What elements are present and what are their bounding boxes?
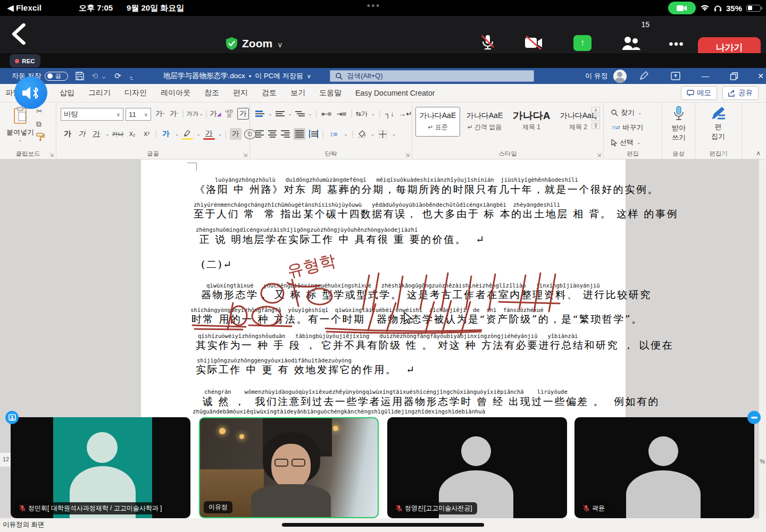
underline-button[interactable]: 가 [90,128,102,140]
paragraph-dialog-launcher-icon[interactable]: ⇲ [405,152,410,158]
search-input[interactable]: 검색(Alt+Q) [330,70,534,82]
dictate-button[interactable]: 받아쓰기 [667,106,691,142]
tab-review[interactable]: 검토 [255,88,284,98]
font-color-button[interactable]: 가 [203,128,215,140]
grow-font-button[interactable]: 가^ [154,108,166,120]
participant-tile-3[interactable]: 정영진[고고미술사전공] [387,417,567,518]
find-button[interactable]: 찾기⌄ [611,107,644,119]
participant-tile-4[interactable]: 곽윤 [574,417,754,518]
paste-caret-icon: ⌄ [6,137,34,142]
restore-button[interactable] [726,72,742,80]
italic-button[interactable]: 가 [76,128,88,140]
highlight-button[interactable] [181,128,193,140]
justify-button[interactable] [294,128,305,140]
tab-view[interactable]: 보기 [284,88,312,98]
clear-formatting-button[interactable]: 가◢ [210,108,221,120]
tab-design[interactable]: 디자인 [118,88,154,98]
meeting-title[interactable]: Zoom ∨ [226,37,282,50]
align-left-button[interactable] [255,129,264,139]
style-no-spacing[interactable]: 가나다AaE ↵ 간격 없음 [462,107,507,137]
hide-videos-button[interactable] [747,411,761,424]
style-heading1[interactable]: 가나다A 제목 1 [509,107,554,137]
word-status-fragment-left: 12 [0,453,11,467]
document-title[interactable]: 地层学与器物形态学.docx • 이 PC에 저장됨 ∨ [163,68,311,84]
styles-gallery-expand-icon[interactable]: ⊽ [592,123,600,129]
sort-button[interactable]: ┐↓ [384,108,396,120]
tab-layout[interactable]: 레이아웃 [154,88,197,98]
back-chevron-icon[interactable] [10,23,29,45]
styles-dialog-launcher-icon[interactable]: ⇲ [597,152,601,158]
superscript-button[interactable]: X² [141,128,153,140]
tab-easy-document-creator[interactable]: Easy Document Creator [348,89,442,97]
bold-button[interactable]: 가 [62,128,73,140]
comments-button[interactable]: 메모 [681,86,717,100]
paste-button[interactable]: 붙여넣기 ⌄ [6,107,34,142]
share-document-button[interactable]: 공유 [722,86,759,100]
save-icon[interactable] [76,72,84,80]
chevron-down-icon: ∨ [144,112,148,117]
audio-bluetooth-fab[interactable] [14,77,47,109]
paragraph-group: ⌄ ⌄ ⌄ | ⇤≡ ⇥≡ | ⇆가⌄ | ┐↓ →↵ | ↕≡⌄ | ⌄ ⌄ … [250,103,412,159]
text-effects-button[interactable]: 가 [160,128,172,140]
align-center-button[interactable] [268,129,277,139]
replace-button[interactable]: 가⇄ 바꾸기 [611,122,644,133]
autosave-toggle[interactable]: 끔 [45,72,68,81]
font-size-select[interactable]: 11∨ [126,108,151,121]
styles-scroll-down-icon[interactable]: ∨ [592,115,600,121]
shrink-font-button[interactable]: 가ˇ [168,108,180,120]
decrease-indent-button[interactable]: ⇤≡ [321,108,332,120]
tab-help[interactable]: 도움말 [312,88,348,98]
show-formatting-marks-button[interactable]: →↵ [399,108,412,120]
collapse-ribbon-icon[interactable]: ∧ [756,149,761,157]
gallery-view-toggle-button[interactable] [5,411,19,424]
borders-icon[interactable] [378,130,387,139]
distribute-button[interactable] [309,130,318,138]
change-case-button[interactable]: 가가⌄ [186,108,203,120]
headphones-icon [714,4,722,12]
phonetic-guide-button[interactable]: 내천川 [223,108,235,120]
voice-group: 받아쓰기 음성 [662,103,695,159]
shading-bucket-icon[interactable] [357,130,367,138]
font-dialog-launcher-icon[interactable]: ⇲ [243,152,247,158]
quick-access-caret-icon[interactable]: ⌄̲ [129,73,133,79]
strikethrough-button[interactable]: 가나 [112,128,124,140]
clipboard-dialog-launcher-icon[interactable]: ⇲ [49,152,54,158]
multitask-dots-icon[interactable]: ••• [367,1,381,11]
participant-tile-1[interactable]: 정민휘[ 대학원석사과정재학 / 고고미술사학과 ] [11,417,190,518]
line-spacing-button[interactable]: ↕≡ [328,128,339,140]
cut-icon[interactable]: ✂ [36,107,45,115]
numbering-button[interactable] [276,109,285,118]
ribbon-display-icon[interactable] [668,72,684,80]
camera-active-pill-icon[interactable] [668,2,696,14]
back-to-app-link[interactable]: ◀ Flexcil [7,3,41,13]
style-normal[interactable]: 가나다AaE ↵ 표준 [415,107,460,137]
redo-icon[interactable]: ⟳ [114,71,121,81]
align-right-button[interactable] [281,129,290,139]
tab-insert[interactable]: 삽입 [53,88,81,98]
increase-indent-button[interactable]: ⇥≡ [336,108,347,120]
tab-draw[interactable]: 그리기 [81,88,118,98]
character-shading-button[interactable]: 가 [230,128,242,140]
close-button[interactable]: ✕ [753,72,766,80]
character-border-button[interactable]: 가 [237,108,249,120]
search-icon [336,73,343,80]
font-name-select[interactable]: 바탕∨ [61,108,123,121]
user-avatar[interactable] [613,70,627,83]
bullets-button[interactable] [255,109,264,119]
home-indicator[interactable] [282,523,484,527]
asian-layout-button[interactable]: ⇆가 [356,108,368,120]
participant-tile-2-active-speaker[interactable]: 이유정 [199,417,379,518]
copy-icon[interactable]: ⧉ [36,120,45,129]
format-painter-icon[interactable] [36,133,45,141]
subscript-button[interactable]: X₂ [127,128,138,140]
tab-mailings[interactable]: 편지 [226,88,255,98]
meeting-title-label: Zoom [242,37,272,50]
editor-button[interactable]: 편집기 [706,106,730,141]
draw-pen-icon[interactable] [636,71,652,81]
select-button[interactable]: 선택⌄ [611,137,644,148]
tab-references[interactable]: 참조 [197,88,226,98]
undo-icon[interactable]: ⟲ ⌄ [91,71,107,81]
styles-scroll-up-icon[interactable]: ∧ [592,107,600,113]
minimize-button[interactable]: — [697,72,713,80]
multilevel-list-button[interactable] [295,109,304,118]
